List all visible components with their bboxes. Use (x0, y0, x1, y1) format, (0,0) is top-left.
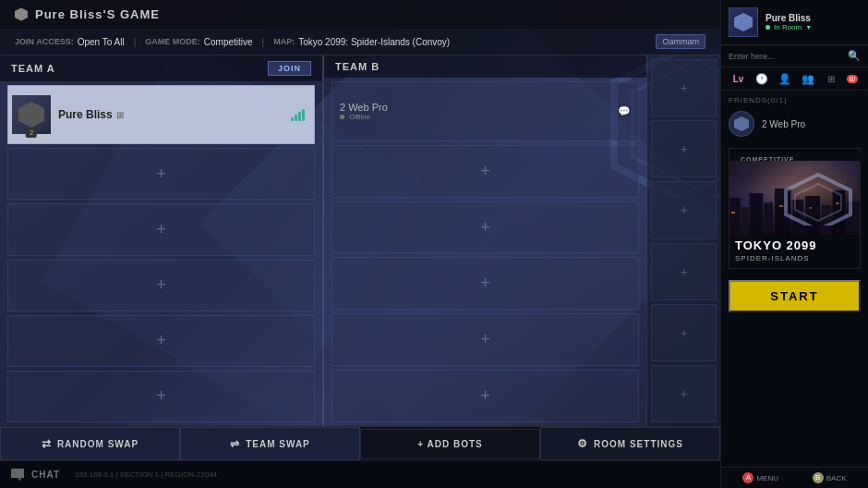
map-value: Tokyo 2099: Spider-Islands (Convoy) (298, 37, 450, 47)
svg-rect-12 (731, 212, 735, 214)
map-item: MAP: Tokyo 2099: Spider-Islands (Convoy) (273, 37, 450, 47)
room-settings-label: ROOM SETTINGS (594, 439, 683, 449)
search-icon: 🔍 (848, 50, 861, 62)
a-button-icon: A (742, 472, 753, 483)
game-mode-item: GAME MODE: Competitive (145, 37, 252, 47)
map-preview-card: COMPETITIVE (729, 148, 861, 269)
status-indicator (766, 25, 770, 30)
start-button[interactable]: START (729, 280, 861, 312)
map-label: MAP: (273, 37, 295, 46)
add-player-icon: + (480, 386, 490, 406)
info-bar: JOIN ACCESS: Open To All | GAME MODE: Co… (0, 29, 720, 55)
separator-2: | (262, 37, 265, 47)
game-mode-value: Competitive (204, 37, 253, 47)
level-icon[interactable]: Lv (731, 71, 746, 86)
right-sidebar: Pure Bliss In Room ▼ 🔍 Lv 🕐 👤 👥 ⊞ B/ FRI… (720, 0, 868, 488)
svg-rect-4 (750, 193, 764, 235)
signal-bar-1 (291, 117, 294, 121)
player-name: Pure Bliss (58, 108, 113, 121)
svg-rect-2 (729, 198, 741, 235)
title-bar: Pure Bliss'S GAME (0, 0, 720, 29)
table-row[interactable]: + (332, 201, 639, 254)
game-icon (15, 8, 28, 21)
game-mode-label: GAME MODE: (145, 37, 200, 46)
spectator-slot[interactable]: + (651, 365, 717, 422)
list-item: 2 Web Pro (721, 107, 868, 140)
add-spectator-icon: + (680, 325, 687, 340)
sidebar-search-bar[interactable]: 🔍 (721, 45, 868, 67)
add-spectator-icon: + (680, 264, 687, 279)
sidebar-nav-bar: Lv 🕐 👤 👥 ⊞ B/ (721, 67, 868, 91)
map-logo-watermark (781, 170, 855, 226)
team-b-label: TEAM B (335, 61, 380, 72)
status-text: In Room (774, 23, 802, 31)
spectator-slot[interactable]: + (651, 304, 717, 361)
table-row[interactable]: + (7, 260, 315, 311)
spectator-slot[interactable]: + (651, 181, 717, 238)
gear-icon: ⚙ (577, 437, 588, 450)
team-a-label: TEAM A (11, 63, 55, 74)
back-button[interactable]: B BACK (813, 472, 847, 483)
signal-strength (291, 109, 310, 121)
join-access-label: JOIN ACCESS: (15, 37, 74, 46)
offline-indicator (340, 115, 344, 119)
friend-avatar (729, 111, 754, 137)
add-spectator-icon: + (680, 386, 687, 401)
add-player-icon: + (156, 331, 166, 350)
status-badge: In Room ▼ (766, 23, 861, 31)
add-player-icon: + (156, 275, 166, 295)
spectator-panel: + + + + + + (646, 55, 720, 426)
team-b-header: TEAM B (324, 55, 646, 78)
join-team-a-button[interactable]: JOIN (268, 61, 311, 76)
team-swap-button[interactable]: ⇌ TEAM SWAP (180, 427, 360, 460)
menu-label: MENU (756, 474, 778, 482)
table-row[interactable]: + (332, 257, 639, 310)
signal-bar-3 (298, 112, 301, 121)
table-row[interactable]: + (332, 370, 639, 422)
join-access-value: Open To All (78, 37, 125, 47)
table-row[interactable]: + (7, 371, 315, 422)
logo-chevron-svg (781, 170, 855, 226)
table-row[interactable]: + (7, 148, 315, 200)
spectator-slot[interactable]: + (651, 120, 717, 177)
message-icon[interactable]: 💬 (618, 105, 631, 117)
web-pro-name: 2 Web Pro (340, 102, 388, 113)
friend-name: 2 Web Pro (762, 119, 805, 129)
svg-rect-3 (741, 207, 749, 235)
footer-bar: CHAT 192.168.0.1 | SECTION 1 | REGION-22… (0, 460, 720, 488)
bottom-action-bar: ⇄ RANDOM SWAP ⇌ TEAM SWAP + ADD BOTS ⚙ R… (0, 426, 720, 460)
add-player-icon: + (156, 220, 166, 239)
avatar-icon (734, 13, 753, 31)
username-label: Pure Bliss (766, 13, 861, 23)
add-bots-button[interactable]: + ADD BOTS (360, 429, 540, 459)
table-row[interactable]: + (332, 145, 639, 198)
table-row[interactable]: + (332, 313, 639, 366)
status-dropdown-icon: ▼ (805, 24, 812, 30)
team-swap-label: TEAM SWAP (246, 439, 310, 449)
team-a-header: TEAM A JOIN (0, 55, 322, 81)
chat-icon (11, 469, 24, 482)
spectator-slot[interactable]: + (651, 59, 717, 116)
table-row[interactable]: + (7, 315, 315, 367)
notification-badge[interactable]: B/ (847, 75, 859, 83)
add-player-icon: + (480, 330, 490, 349)
join-access-item: JOIN ACCESS: Open To All (15, 37, 125, 47)
search-input[interactable] (729, 52, 842, 61)
add-player-icon: + (156, 386, 166, 406)
game-title: Pure Bliss'S GAME (35, 7, 160, 21)
avatar (729, 7, 758, 37)
spectator-slot[interactable]: + (651, 243, 717, 300)
room-settings-button[interactable]: ⚙ ROOM SETTINGS (540, 427, 720, 460)
platform-icon: ⊞ (116, 110, 124, 120)
clock-icon[interactable]: 🕐 (754, 71, 769, 86)
person-icon[interactable]: 👥 (801, 71, 815, 86)
add-player-icon: + (480, 274, 490, 293)
add-spectator-icon: + (680, 202, 687, 217)
add-bots-label: + ADD BOTS (417, 439, 482, 449)
random-swap-button[interactable]: ⇄ RANDOM SWAP (0, 427, 180, 460)
xbox-icon[interactable]: ⊞ (824, 71, 838, 86)
menu-button[interactable]: A MENU (742, 472, 778, 483)
friends-icon[interactable]: 👤 (778, 71, 792, 86)
table-row[interactable]: + (7, 203, 315, 255)
offline-text: Offline (349, 113, 370, 121)
